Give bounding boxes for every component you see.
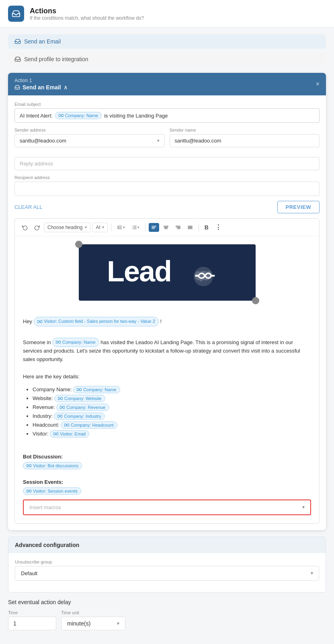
send-profile-icon (14, 56, 21, 62)
sender-address-field[interactable]: santtu@leadoo.com ▾ (14, 134, 165, 147)
svg-text:Lead: Lead (107, 256, 171, 287)
delay-unit-label: Time unit (61, 610, 125, 615)
bot-discussion-section: Bot Discussion: Visitor: Bot discussions (23, 454, 311, 469)
header-text: Actions If the conditions match, what sh… (30, 7, 144, 21)
unsubscribe-group: Unsubscribe group Default ▾ (15, 559, 319, 581)
send-email-label: Send an Email (24, 38, 61, 45)
bot-discussion-pill-text: Visitor: Bot discussions (33, 463, 78, 468)
hey-pill: Visitor: Custom field - Sales person for… (34, 317, 159, 326)
resize-handle-tl[interactable] (75, 241, 82, 248)
delay-inputs-row: Time Time unit minute(s) ▾ (8, 610, 326, 630)
align-center-button[interactable] (161, 223, 171, 232)
editor-actions-row: CLEAR ALL PREVIEW (14, 201, 320, 213)
logo-block: Lead (23, 244, 311, 301)
redo-button[interactable] (32, 223, 42, 232)
subject-field[interactable]: AI Intent Alert: Company: Name is visiti… (14, 108, 320, 123)
para1-prefix: Someone in (23, 339, 51, 345)
advanced-config-header: Advanced configuration (8, 537, 326, 553)
hey-text: Hey (23, 318, 34, 324)
preview-button[interactable]: PREVIEW (277, 201, 320, 213)
subject-pill-text: Company: Name (65, 113, 98, 118)
reply-address-placeholder: Reply address (20, 161, 53, 167)
key-details-text: Here are the key details: (23, 373, 311, 381)
bold-icon: B (205, 224, 209, 231)
subject-pill: Company: Name (55, 112, 102, 119)
list-item-industry: Industry: Company: Industry (33, 413, 311, 420)
align-right-button[interactable] (173, 223, 183, 232)
send-email-option[interactable]: Send an Email (8, 34, 326, 49)
more-options-button[interactable]: ⋮ (213, 222, 224, 233)
industry-pill: Company: Industry (54, 413, 105, 420)
resize-handle-br[interactable] (252, 297, 259, 304)
email-editor: Choose heading ▾ AI ▾ ▾ ▾ (14, 218, 320, 524)
advanced-config-title: Advanced configuration (15, 542, 79, 548)
delay-label: Set eventual action delay (8, 599, 326, 605)
hey-exclamation: ! (160, 318, 162, 324)
delay-unit-group: Time unit minute(s) ▾ (61, 610, 125, 630)
headcount-pill: Company: Headcount (61, 421, 117, 429)
collapse-icon[interactable]: ∧ (64, 84, 68, 91)
page-title: Actions (30, 7, 144, 15)
list-item-company: Company Name: Company: Name (33, 386, 311, 393)
para1-pill-text: Company: Name (62, 339, 96, 346)
undo-button[interactable] (20, 223, 30, 232)
hey-pill-text: Visitor: Custom field - Sales person for… (44, 318, 155, 325)
heading-placeholder: Choose heading (47, 225, 82, 230)
ordered-list-button[interactable]: ▾ (115, 223, 127, 232)
session-events-pill: Visitor: Session events (23, 487, 81, 495)
heading-dropdown[interactable]: Choose heading ▾ (44, 223, 90, 232)
clear-all-button[interactable]: CLEAR ALL (14, 204, 42, 210)
sender-address-group: Sender address santtu@leadoo.com ▾ (14, 128, 165, 147)
para1-pill: Company: Name (52, 338, 99, 347)
action-close-btn[interactable]: × (316, 80, 320, 88)
unordered-list-button[interactable]: ▾ (129, 223, 142, 232)
send-email-icon (14, 38, 21, 45)
unsubscribe-value: Default (21, 570, 37, 576)
revenue-pill: Company: Revenue (56, 404, 109, 411)
email-paragraph-1: Someone in Company: Name has visited the… (23, 338, 311, 364)
delay-unit-dropdown[interactable]: minute(s) ▾ (61, 617, 125, 630)
svg-point-31 (213, 275, 215, 277)
action-options: Send an Email Send profile to integratio… (0, 28, 334, 73)
infinity-icon (59, 114, 64, 117)
sender-name-label: Sender name (170, 128, 320, 132)
action-card-body: Email subject AI Intent Alert: Company: … (8, 95, 326, 530)
align-left-button[interactable] (149, 223, 159, 232)
reply-address-field[interactable]: Reply address (14, 157, 320, 170)
action-send-icon (14, 85, 20, 90)
session-events-label: Session Events: (23, 479, 311, 485)
sender-name-field[interactable]: santtu@leadoo.com (170, 134, 320, 147)
delay-section: Set eventual action delay Time Time unit… (0, 592, 334, 637)
action-number: Action 1 (14, 78, 68, 83)
svg-point-29 (195, 275, 197, 277)
bot-discussion-pill: Visitor: Bot discussions (23, 462, 82, 469)
action-card: Action 1 Send an Email ∧ × Email subject… (8, 73, 326, 530)
sender-name-group: Sender name santtu@leadoo.com (170, 128, 320, 147)
page-header: Actions If the conditions match, what sh… (0, 0, 334, 28)
ai-button[interactable]: AI ▾ (92, 223, 107, 232)
unsubscribe-select[interactable]: Default ▾ (15, 566, 319, 581)
align-justify-button[interactable] (185, 223, 195, 232)
editor-content-area[interactable]: Lead (15, 236, 319, 523)
recipient-address-group: Recipient address (14, 175, 320, 196)
hey-line: Hey Visitor: Custom field - Sales person… (23, 317, 311, 326)
recipient-label: Recipient address (14, 175, 320, 180)
list-item-headcount: Headcount: Company: Headcount (33, 421, 311, 429)
header-icon (8, 6, 24, 22)
bold-button[interactable]: B (202, 223, 211, 232)
sender-address-label: Sender address (14, 128, 165, 132)
send-profile-option[interactable]: Send profile to integration (8, 52, 326, 66)
list-item-website: Website: Company: Website (33, 395, 311, 402)
delay-time-label: Time (8, 610, 56, 615)
heading-chevron-icon: ▾ (85, 225, 87, 229)
recipient-field[interactable] (14, 182, 320, 196)
visitor-email-pill: Visitor: Email (50, 430, 89, 438)
session-events-pill-text: Visitor: Session events (33, 489, 78, 493)
sender-address-value: santtu@leadoo.com (20, 138, 66, 144)
insert-macros-dropdown[interactable]: Insert macros ▾ (23, 500, 311, 515)
bot-discussion-label: Bot Discussion: (23, 454, 311, 460)
action-card-header: Action 1 Send an Email ∧ × (8, 73, 326, 95)
email-subject-group: Email subject AI Intent Alert: Company: … (14, 102, 320, 123)
delay-time-input[interactable] (8, 617, 56, 630)
subject-suffix: is visiting the Landing Page (104, 113, 168, 119)
